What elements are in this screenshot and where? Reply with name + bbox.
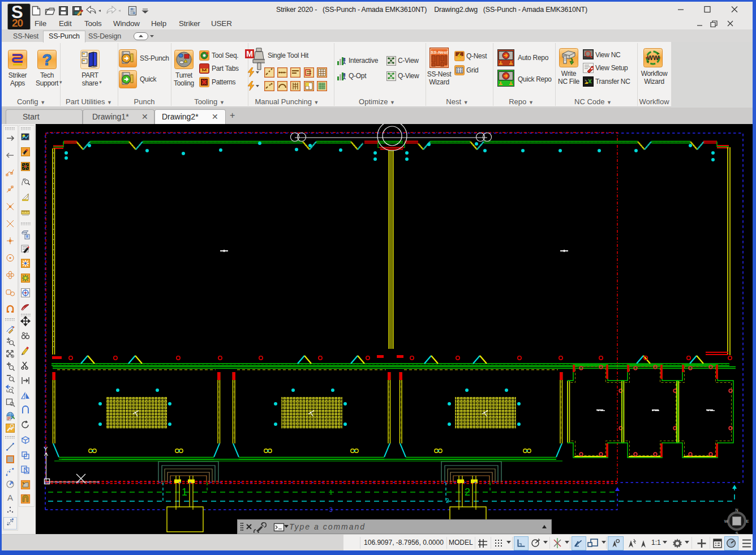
svg-text:E: E xyxy=(746,519,749,523)
svg-text:1: 1 xyxy=(182,486,187,498)
svg-text:W: W xyxy=(724,519,728,523)
svg-text:2: 2 xyxy=(446,498,449,504)
svg-text:WW: WW xyxy=(647,54,659,61)
svg-text:1: 1 xyxy=(329,489,333,496)
svg-text:A: A xyxy=(7,493,13,502)
svg-text:M: M xyxy=(246,49,253,58)
svg-text:3: 3 xyxy=(329,507,333,513)
svg-text:Y: Y xyxy=(44,446,48,452)
svg-text:2: 2 xyxy=(465,486,470,498)
svg-text:SS-Nest: SS-Nest xyxy=(431,50,448,55)
svg-text:N: N xyxy=(735,508,738,512)
svg-text:?: ? xyxy=(42,51,51,69)
